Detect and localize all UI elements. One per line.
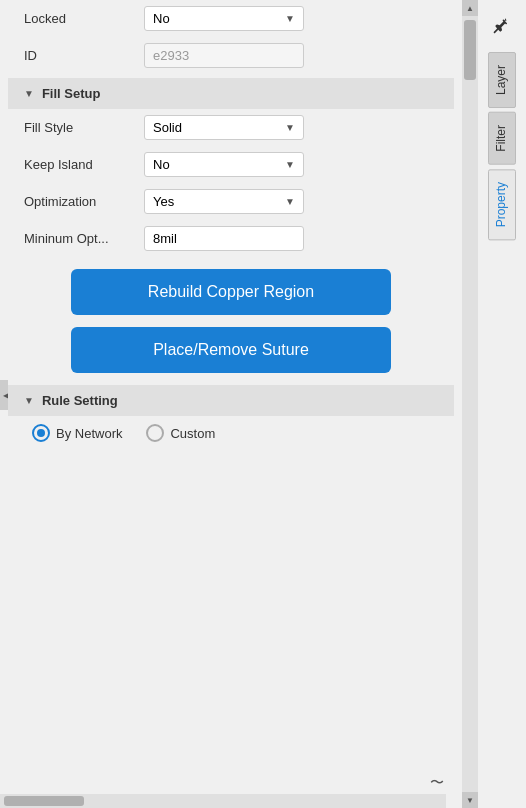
rebuild-copper-button[interactable]: Rebuild Copper Region — [71, 269, 391, 315]
scroll-up-arrow[interactable]: ▲ — [462, 0, 478, 16]
optimization-row: Optimization Yes ▼ — [8, 183, 454, 220]
keep-island-select[interactable]: No ▼ — [144, 152, 304, 177]
minimum-opt-label: Mininum Opt... — [24, 231, 144, 246]
custom-radio[interactable] — [146, 424, 164, 442]
minimum-opt-row: Mininum Opt... 8mil — [8, 220, 454, 257]
optimization-dropdown-arrow: ▼ — [285, 196, 295, 207]
content-panel: Locked No ▼ ID e2933 ▼ Fill Setup Fill S… — [8, 0, 454, 450]
optimization-label: Optimization — [24, 194, 144, 209]
fill-setup-arrow: ▼ — [24, 88, 34, 99]
id-row: ID e2933 — [8, 37, 454, 74]
scroll-thumb[interactable] — [464, 20, 476, 80]
optimization-select[interactable]: Yes ▼ — [144, 189, 304, 214]
locked-row: Locked No ▼ — [8, 0, 454, 37]
keep-island-dropdown-arrow: ▼ — [285, 159, 295, 170]
locked-label: Locked — [24, 11, 144, 26]
keep-island-label: Keep Island — [24, 157, 144, 172]
id-value-container: e2933 — [144, 43, 438, 68]
tab-panel: Layer Filter Property — [478, 0, 526, 808]
fill-style-row: Fill Style Solid ▼ — [8, 109, 454, 146]
rule-setting-arrow: ▼ — [24, 395, 34, 406]
minimum-opt-input[interactable]: 8mil — [144, 226, 304, 251]
vertical-scrollbar[interactable]: ▲ ▼ — [462, 0, 478, 808]
fill-setup-header[interactable]: ▼ Fill Setup — [8, 78, 454, 109]
minimum-opt-value: 8mil — [153, 231, 177, 246]
fill-style-label: Fill Style — [24, 120, 144, 135]
locked-select-value: No — [153, 11, 170, 26]
horizontal-scrollbar-thumb[interactable] — [4, 796, 84, 806]
custom-label: Custom — [170, 426, 215, 441]
fill-setup-title: Fill Setup — [42, 86, 101, 101]
right-sidebar: ▲ ▼ Layer Filter Property — [462, 0, 526, 808]
locked-dropdown-arrow: ▼ — [285, 13, 295, 24]
keep-island-select-value: No — [153, 157, 170, 172]
fill-style-value-container: Solid ▼ — [144, 115, 438, 140]
rule-setting-header[interactable]: ▼ Rule Setting — [8, 385, 454, 416]
fill-style-dropdown-arrow: ▼ — [285, 122, 295, 133]
by-network-option[interactable]: By Network — [32, 424, 122, 442]
radio-options-row: By Network Custom — [8, 416, 454, 450]
pin-icon[interactable] — [478, 10, 526, 42]
tab-property[interactable]: Property — [488, 169, 516, 240]
tab-layer[interactable]: Layer — [488, 52, 516, 108]
keep-island-row: Keep Island No ▼ — [8, 146, 454, 183]
id-input[interactable]: e2933 — [144, 43, 304, 68]
tab-filter[interactable]: Filter — [488, 112, 516, 165]
fill-style-select[interactable]: Solid ▼ — [144, 115, 304, 140]
by-network-label: By Network — [56, 426, 122, 441]
minimum-opt-value-container: 8mil — [144, 226, 438, 251]
rule-setting-content: By Network Custom — [8, 416, 454, 450]
id-label: ID — [24, 48, 144, 63]
fill-style-select-value: Solid — [153, 120, 182, 135]
rule-setting-title: Rule Setting — [42, 393, 118, 408]
place-remove-button[interactable]: Place/Remove Suture — [71, 327, 391, 373]
by-network-radio[interactable] — [32, 424, 50, 442]
fill-setup-content: Fill Style Solid ▼ Keep Island No ▼ — [8, 109, 454, 373]
scroll-down-arrow[interactable]: ▼ — [462, 792, 478, 808]
main-panel: ◀ Locked No ▼ ID e2933 ▼ Fill Setup — [0, 0, 462, 808]
locked-value-container: No ▼ — [144, 6, 438, 31]
wavy-icon: 〜 — [430, 774, 444, 792]
custom-option[interactable]: Custom — [146, 424, 215, 442]
optimization-select-value: Yes — [153, 194, 174, 209]
keep-island-value-container: No ▼ — [144, 152, 438, 177]
horizontal-scrollbar[interactable] — [0, 794, 446, 808]
locked-select[interactable]: No ▼ — [144, 6, 304, 31]
optimization-value-container: Yes ▼ — [144, 189, 438, 214]
